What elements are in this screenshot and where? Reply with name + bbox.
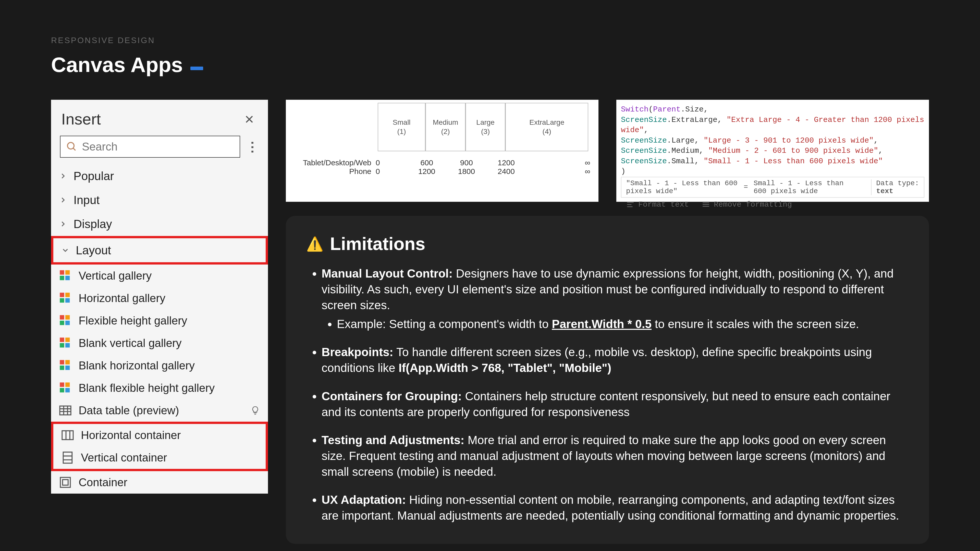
page-title-text: Canvas Apps	[51, 53, 183, 77]
category-label: Layout	[76, 243, 111, 257]
limitations-title: Limitations	[330, 233, 425, 254]
layout-item[interactable]: Container	[51, 471, 268, 494]
svg-rect-8	[60, 298, 64, 303]
bp-column: Medium(2)	[425, 103, 466, 151]
layout-item[interactable]: Horizontal gallery	[51, 287, 268, 310]
svg-rect-37	[60, 478, 70, 487]
limitations-list: Manual Layout Control: Designers have to…	[306, 265, 908, 524]
insert-panel: Insert × Search ⋯ PopularInputDisplayLay…	[51, 100, 268, 494]
svg-rect-11	[65, 315, 70, 319]
chevron-right-icon	[59, 196, 67, 204]
svg-rect-6	[60, 292, 64, 297]
item-label: Horizontal gallery	[79, 292, 260, 305]
format-text-button[interactable]: Format text	[626, 200, 689, 209]
svg-point-0	[68, 143, 74, 149]
item-label: Blank vertical gallery	[79, 337, 260, 349]
insert-panel-title: Insert	[61, 110, 101, 128]
layout-item[interactable]: Flexible height gallery	[51, 310, 268, 332]
svg-rect-21	[65, 365, 70, 370]
svg-rect-38	[62, 480, 68, 485]
bp-column: Small(1)	[378, 103, 425, 151]
svg-rect-3	[65, 270, 70, 275]
svg-rect-17	[65, 343, 70, 348]
layout-item[interactable]: Blank horizontal gallery	[51, 354, 268, 377]
breakpoint-figure: Small(1)Medium(2)Large(3)ExtraLarge(4)Ta…	[286, 100, 598, 202]
svg-rect-15	[65, 338, 70, 342]
h-container-icon	[61, 429, 74, 442]
svg-rect-9	[65, 298, 70, 303]
layout-item[interactable]: Data table (preview)	[51, 399, 268, 422]
svg-rect-2	[60, 270, 64, 275]
limitation-item: Breakpoints: To handle different screen …	[321, 344, 908, 376]
layout-item[interactable]: Vertical container	[53, 446, 266, 469]
container-icon	[59, 476, 72, 489]
page-title: Canvas Apps	[51, 53, 929, 77]
layout-item[interactable]: Blank vertical gallery	[51, 332, 268, 354]
svg-rect-14	[60, 338, 64, 342]
item-label: Horizontal container	[81, 429, 258, 441]
lightbulb-icon	[250, 405, 260, 416]
more-icon[interactable]: ⋯	[246, 141, 259, 153]
layout-item[interactable]: Horizontal container	[53, 424, 266, 446]
svg-rect-31	[62, 431, 73, 440]
svg-rect-10	[60, 315, 64, 319]
item-label: Vertical gallery	[79, 269, 260, 282]
category-label: Input	[73, 193, 100, 207]
item-label: Container	[79, 476, 260, 489]
search-icon	[66, 141, 77, 152]
formula-code: Switch(Parent.Size,ScreenSize.ExtraLarge…	[621, 104, 924, 177]
svg-rect-34	[63, 452, 72, 463]
category-input[interactable]: Input	[51, 188, 268, 212]
category-popular[interactable]: Popular	[51, 164, 268, 188]
svg-rect-25	[65, 388, 70, 392]
gallery-icon	[59, 337, 72, 350]
close-icon[interactable]: ×	[245, 110, 254, 128]
svg-rect-4	[60, 276, 64, 280]
layout-item[interactable]: Vertical gallery	[51, 265, 268, 287]
bp-column: ExtraLarge(4)	[505, 103, 588, 151]
svg-rect-13	[65, 321, 70, 325]
search-input[interactable]: Search	[60, 136, 240, 158]
layout-item[interactable]: Blank flexible height gallery	[51, 377, 268, 399]
svg-line-1	[73, 148, 76, 151]
remove-formatting-button[interactable]: Remove formatting	[702, 200, 792, 209]
formula-result-bar: "Small - 1 - Less than 600 pixels wide"=…	[621, 177, 924, 198]
category-display[interactable]: Display	[51, 212, 268, 236]
svg-rect-12	[60, 321, 64, 325]
limitation-item: Manual Layout Control: Designers have to…	[321, 265, 908, 332]
item-label: Blank flexible height gallery	[79, 382, 260, 394]
svg-rect-18	[60, 360, 64, 364]
svg-rect-26	[60, 406, 71, 415]
svg-rect-7	[65, 292, 70, 297]
limitation-item: UX Adaptation: Hiding non-essential cont…	[321, 492, 908, 524]
eyebrow-label: RESPONSIVE DESIGN	[51, 36, 929, 45]
remove-format-icon	[702, 200, 710, 209]
highlighted-containers: Horizontal containerVertical container	[51, 422, 268, 471]
gallery-icon	[59, 314, 72, 327]
svg-rect-16	[60, 343, 64, 348]
item-label: Vertical container	[81, 451, 258, 464]
svg-rect-23	[65, 383, 70, 387]
warning-icon: ⚠️	[306, 236, 323, 252]
item-label: Flexible height gallery	[79, 314, 260, 327]
gallery-icon	[59, 359, 72, 372]
search-placeholder: Search	[82, 140, 118, 153]
limitations-box: ⚠️ Limitations Manual Layout Control: De…	[286, 216, 929, 544]
gallery-icon	[59, 381, 72, 395]
category-layout[interactable]: Layout	[51, 236, 268, 265]
limitation-item: Containers for Grouping: Containers help…	[321, 388, 908, 420]
svg-rect-22	[60, 383, 64, 387]
svg-rect-5	[65, 276, 70, 280]
chevron-down-icon	[61, 246, 70, 254]
svg-rect-19	[65, 360, 70, 364]
category-label: Popular	[73, 169, 114, 183]
limitation-item: Testing and Adjustments: More trial and …	[321, 432, 908, 480]
bp-row-labels: Tablet/Desktop/WebPhone	[295, 159, 378, 176]
svg-rect-20	[60, 365, 64, 370]
gallery-icon	[59, 292, 72, 305]
limitation-subitem: Example: Setting a component's width to …	[337, 316, 908, 332]
item-label: Data table (preview)	[79, 404, 243, 417]
datatable-icon	[59, 404, 72, 417]
category-label: Display	[73, 217, 112, 231]
code-figure: Switch(Parent.Size,ScreenSize.ExtraLarge…	[616, 100, 929, 202]
